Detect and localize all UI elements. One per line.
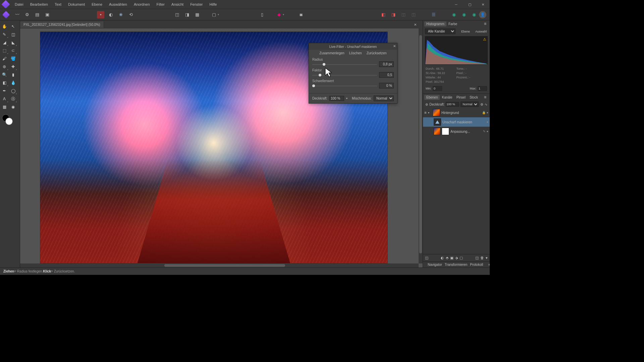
tab-histogram[interactable]: Histogramm [424, 21, 446, 26]
collapse-arrow-icon[interactable]: ▾ [428, 111, 431, 114]
artistic-text-icon[interactable]: Ⓐ [9, 95, 17, 103]
stamp-tool-icon[interactable]: ⊛ [0, 63, 9, 71]
menu-text[interactable]: Text [51, 1, 65, 8]
factor-input[interactable] [379, 72, 394, 78]
move-tool-icon[interactable]: ↖ [9, 22, 17, 31]
dialog-blend-select[interactable]: Normal [374, 96, 394, 101]
crop-mode-icon[interactable]: ▢ [210, 11, 218, 18]
toggle1-icon[interactable]: ◧ [380, 11, 387, 18]
histogram-channel-select[interactable]: Alle Kanäle [425, 28, 455, 34]
hand-tool-icon[interactable]: ✋ [0, 22, 9, 31]
arrange-icon[interactable]: ◆ [275, 11, 283, 18]
fx-icon[interactable]: ∿ [485, 102, 488, 107]
fill-tool-icon[interactable]: 🪣 [9, 55, 17, 63]
color-swatches[interactable] [2, 114, 14, 126]
menu-window[interactable]: Fenster [187, 1, 206, 8]
tab-close-icon[interactable]: ✕ [412, 23, 419, 26]
toggle2-icon[interactable]: ◨ [390, 11, 397, 18]
crop-tool-icon[interactable]: ◫ [9, 31, 17, 39]
mask-add-icon[interactable]: ◫ [425, 256, 428, 260]
layer-item[interactable]: Unscharf maskieren ● [423, 117, 490, 127]
live-filter-dialog[interactable]: Live-Filter - Unscharf maskieren ✕ Zusam… [309, 43, 397, 104]
layer-item[interactable]: Anpassung... ✎● [423, 127, 490, 136]
shape-tool-icon[interactable]: ◯ [9, 87, 17, 95]
persona-export-icon[interactable]: ▣ [44, 11, 51, 18]
tab-navigator[interactable]: Navigator [428, 263, 442, 266]
vertical-scrollbar[interactable] [419, 28, 423, 263]
tab-brushes[interactable]: Pinsel [454, 95, 468, 100]
max-input[interactable] [478, 86, 487, 91]
zoom-tool-icon[interactable]: 🔍 [0, 71, 9, 79]
add-layer-icon[interactable]: ◫ [475, 256, 479, 260]
visible-icon[interactable]: ● [487, 111, 488, 114]
layer-opacity-input[interactable] [446, 102, 459, 107]
blur-tool-icon[interactable]: 💧 [9, 79, 17, 87]
panel-options-icon[interactable]: ≡ [482, 94, 488, 100]
target-icon[interactable]: ⊚ [425, 102, 428, 107]
toggle4-icon[interactable]: ◫ [410, 11, 417, 18]
dialog-close-icon[interactable]: ✕ [393, 44, 396, 48]
text-tool-icon[interactable]: A [0, 95, 9, 103]
layer-blend-select[interactable]: Normal [461, 102, 479, 107]
menu-arrange[interactable]: Anordnen [130, 1, 153, 8]
reset-button[interactable]: Zurücksetzen [367, 51, 387, 55]
radius-input[interactable] [379, 61, 394, 67]
minimize-icon[interactable]: ─ [449, 0, 463, 9]
tab-channels[interactable]: Kanäle [440, 95, 454, 100]
horizontal-scrollbar[interactable] [20, 263, 419, 267]
account-avatar[interactable]: 👤 [479, 11, 486, 18]
autocolor-icon[interactable]: ❀ [117, 11, 124, 18]
threshold-slider[interactable] [312, 84, 377, 87]
radius-slider[interactable] [312, 63, 377, 66]
menu-document[interactable]: Dokument [65, 1, 88, 8]
autowb-icon[interactable]: ⟲ [127, 11, 135, 18]
sync2-icon[interactable]: ◉ [460, 11, 468, 18]
merge-icon[interactable]: ▾ [486, 256, 488, 260]
threshold-input[interactable] [379, 83, 394, 88]
lock-icon[interactable]: 🔒 [482, 111, 486, 114]
lasso-tool-icon[interactable]: ⊂ [9, 47, 17, 55]
fx-add-icon[interactable]: ⬘ [446, 256, 448, 260]
edit-icon[interactable]: ✎ [483, 130, 486, 133]
live-filter-icon[interactable]: ⬗ [455, 256, 458, 260]
group-icon[interactable]: ▢ [460, 256, 463, 260]
tab-transform[interactable]: Transformieren [445, 263, 467, 266]
tab-history[interactable]: Protokoll [470, 263, 483, 266]
eye-tool-icon[interactable]: ◉ [9, 103, 17, 111]
panel-options-icon[interactable]: ≡ [482, 21, 488, 27]
menu-view[interactable]: Ansicht [168, 1, 187, 8]
sync3-icon[interactable]: ◉ [470, 11, 478, 18]
adj-icon[interactable]: ◐ [441, 256, 444, 260]
stack-icon[interactable]: ▯ [259, 11, 266, 18]
close-icon[interactable]: ✕ [476, 0, 490, 9]
tab-stock[interactable]: Stock [468, 95, 480, 100]
histogram-layer-button[interactable]: Ebene [460, 29, 472, 34]
maximize-icon[interactable]: ▢ [463, 0, 476, 9]
menu-file[interactable]: Datei [11, 1, 27, 8]
menu-help[interactable]: Hilfe [206, 1, 220, 8]
gear-icon[interactable]: ⚙ [480, 102, 483, 107]
tab-layers[interactable]: Ebenen [424, 95, 440, 100]
align-icon[interactable]: ☰ [430, 11, 437, 18]
visible-icon[interactable]: ● [487, 130, 488, 133]
menu-filter[interactable]: Filter [153, 1, 168, 8]
pen-tool-icon[interactable]: ✒ [0, 87, 9, 95]
color-picker-icon[interactable]: ✎ [0, 31, 9, 39]
delete-button[interactable]: Löschen [349, 51, 362, 55]
brush-tool-icon[interactable]: 🖌 [0, 55, 9, 63]
histogram-selection-button[interactable]: Auswahl [474, 29, 488, 34]
marquee-tool-icon[interactable]: ⬚ [0, 47, 9, 55]
foreground-color-swatch[interactable] [5, 118, 13, 125]
persona-photo-icon[interactable] [2, 11, 10, 18]
gradient-tool-icon[interactable]: ▮ [9, 71, 17, 79]
layer-fx-icon[interactable]: ▣ [450, 256, 453, 260]
persona-liquify-icon[interactable]: 〰 [13, 11, 21, 18]
selection-add-icon[interactable]: ◨ [183, 11, 191, 18]
persona-tone-icon[interactable]: ▤ [34, 11, 41, 18]
selection-icon[interactable]: ◫ [173, 11, 181, 18]
autocontrast-icon[interactable]: ◐ [107, 11, 114, 18]
visible-icon[interactable]: ● [487, 120, 488, 124]
persona-develop-icon[interactable]: ⚙ [23, 11, 31, 18]
menu-edit[interactable]: Bearbeiten [27, 1, 51, 8]
chevron-down-icon[interactable]: ▾ [283, 13, 284, 16]
